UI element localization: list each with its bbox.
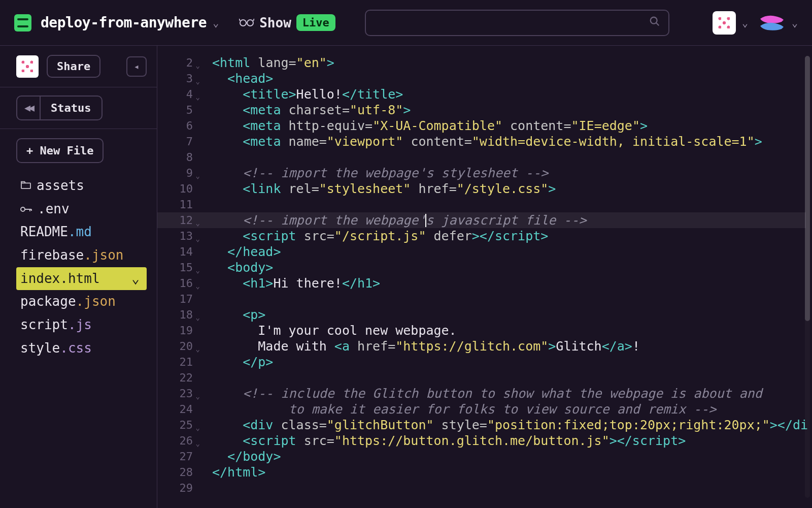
search-icon xyxy=(649,16,660,29)
fold-toggle-icon[interactable]: ⌄ xyxy=(196,436,200,452)
key-icon xyxy=(20,201,32,217)
fold-toggle-icon[interactable]: ⌄ xyxy=(196,231,200,247)
chevron-left-box-icon: ◂ xyxy=(134,61,140,72)
code-content[interactable]: <html lang="en"> <head> <title>Hello!</t… xyxy=(198,55,812,508)
file-name: firebase.json xyxy=(20,246,124,265)
file-item-script-js[interactable]: script.js xyxy=(16,313,147,337)
file-item-assets[interactable]: assets xyxy=(16,174,147,198)
file-item--env[interactable]: .env xyxy=(16,198,147,221)
fold-toggle-icon[interactable]: ⌄ xyxy=(196,278,200,294)
rewind-icon: ◀◀ xyxy=(24,102,32,114)
fold-toggle-icon[interactable]: ⌄ xyxy=(196,389,200,404)
file-item-style-css[interactable]: style.css xyxy=(16,337,147,360)
top-bar: deploy-from-anywhere ⌄ Show Live ⌄ ⌄ xyxy=(0,0,812,46)
vertical-scrollbar[interactable] xyxy=(805,56,810,498)
file-item-README-md[interactable]: README.md xyxy=(16,220,147,244)
glitch-fish-icon xyxy=(757,13,786,33)
file-item-firebase-json[interactable]: firebase.json xyxy=(16,244,147,267)
status-button[interactable]: Status xyxy=(41,97,101,119)
fold-toggle-icon[interactable]: ⌄ xyxy=(196,310,200,326)
file-name: assets xyxy=(37,176,84,196)
project-name: deploy-from-anywhere xyxy=(41,14,207,31)
line-gutter: 2⌄3⌄4⌄56789⌄101112⌄13⌄1415⌄16⌄1718⌄1920⌄… xyxy=(157,55,198,508)
file-item-package-json[interactable]: package.json xyxy=(16,290,147,313)
code-editor[interactable]: 2⌄3⌄4⌄56789⌄101112⌄13⌄1415⌄16⌄1718⌄1920⌄… xyxy=(157,46,812,508)
new-file-button[interactable]: + New File xyxy=(16,138,104,163)
scrollbar-thumb[interactable] xyxy=(805,56,810,321)
fold-toggle-icon[interactable]: ⌄ xyxy=(196,168,200,184)
file-item-index-html[interactable]: index.html⌄ xyxy=(16,267,147,291)
file-tree: assets.envREADME.mdfirebase.jsonindex.ht… xyxy=(16,174,147,360)
svg-point-1 xyxy=(247,20,253,26)
fold-toggle-icon[interactable]: ⌄ xyxy=(196,263,200,278)
avatar xyxy=(713,11,736,35)
svg-point-4 xyxy=(21,207,25,211)
svg-rect-3 xyxy=(21,183,30,188)
chevron-down-icon: ⌄ xyxy=(742,17,748,29)
collapse-sidebar-button[interactable]: ◂ xyxy=(126,56,147,77)
share-button[interactable]: Share xyxy=(47,55,100,78)
file-name: style.css xyxy=(20,339,92,358)
search-field[interactable] xyxy=(374,16,649,29)
chevron-down-icon: ⌄ xyxy=(792,17,798,29)
svg-point-0 xyxy=(240,20,246,26)
glitch-logo-icon[interactable] xyxy=(14,14,31,31)
show-button[interactable]: Show Live xyxy=(239,14,335,31)
rewind-button[interactable]: ◀◀ xyxy=(17,97,41,119)
file-name: README.md xyxy=(20,223,92,242)
fold-toggle-icon[interactable]: ⌄ xyxy=(196,215,200,231)
search-input[interactable] xyxy=(365,10,669,36)
active-line-highlight xyxy=(157,212,806,228)
chevron-down-icon: ⌄ xyxy=(213,17,219,29)
file-name: .env xyxy=(38,200,70,219)
user-avatar-dropdown[interactable]: ⌄ xyxy=(713,11,748,35)
fold-toggle-icon[interactable]: ⌄ xyxy=(196,341,200,357)
file-name: package.json xyxy=(20,292,116,311)
sidebar: Share ◂ ◀◀ Status + New File assets.envR… xyxy=(0,46,157,508)
sunglasses-icon xyxy=(239,16,254,30)
folder-icon xyxy=(20,178,31,194)
live-badge: Live xyxy=(296,14,335,31)
chevron-down-icon: ⌄ xyxy=(131,269,140,289)
file-name: index.html xyxy=(20,269,100,289)
project-name-dropdown[interactable]: deploy-from-anywhere ⌄ xyxy=(41,14,219,31)
text-cursor xyxy=(425,214,426,227)
fold-toggle-icon[interactable]: ⌄ xyxy=(196,58,200,74)
svg-point-2 xyxy=(651,17,657,24)
project-avatar[interactable] xyxy=(16,55,39,78)
fold-toggle-icon[interactable]: ⌄ xyxy=(196,420,200,436)
glitch-fish-dropdown[interactable]: ⌄ xyxy=(757,13,798,33)
fold-toggle-icon[interactable]: ⌄ xyxy=(196,74,200,89)
show-label: Show xyxy=(259,15,291,30)
file-name: script.js xyxy=(20,315,92,335)
fold-toggle-icon[interactable]: ⌄ xyxy=(196,89,200,105)
